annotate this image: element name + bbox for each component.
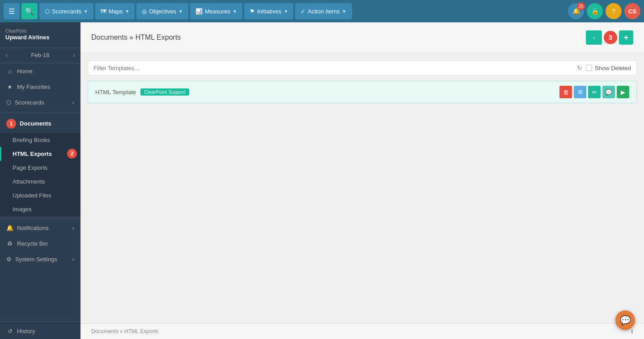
scorecards-nav-icon: ⬡ xyxy=(45,8,50,15)
sidebar-bottom: ↺ History xyxy=(0,319,80,339)
history-icon: ↺ xyxy=(6,328,13,335)
add-template-button[interactable]: + xyxy=(619,30,633,45)
lock-button[interactable]: 🔒 xyxy=(587,3,603,19)
sidebar: ClearPoint Upward Airlines ‹ Feb-18 › ⌂ … xyxy=(0,22,80,339)
period-next-arrow[interactable]: › xyxy=(73,51,75,59)
period-selector[interactable]: ‹ Feb-18 › xyxy=(0,48,80,63)
sidebar-history[interactable]: ↺ History xyxy=(0,323,80,339)
system-settings-label: System Settings xyxy=(15,256,57,263)
page-title: Documents » HTML Exports xyxy=(91,33,181,42)
sidebar-logo: ClearPoint Upward Airlines xyxy=(0,22,80,48)
home-icon: ⌂ xyxy=(6,68,13,75)
briefing-books-item[interactable]: Briefing Books xyxy=(0,133,80,147)
logo-line1: ClearPoint xyxy=(5,29,49,34)
page-exports-item[interactable]: Page Exports xyxy=(0,161,80,175)
initiatives-nav-button[interactable]: ⚑ Initiatives ▼ xyxy=(244,3,293,19)
template-row-left: HTML Template ClearPoint Support xyxy=(95,88,189,96)
scorecards-sidebar-arrow: ‹ xyxy=(72,99,74,106)
main-layout: ClearPoint Upward Airlines ‹ Feb-18 › ⌂ … xyxy=(0,22,644,339)
annotation-1: 1 xyxy=(6,119,16,129)
initiatives-nav-label: Initiatives xyxy=(257,8,281,15)
template-row: HTML Template ClearPoint Support 🗑 ⧉ ✏ 💬… xyxy=(88,81,637,103)
sidebar-recycle-bin[interactable]: ♻ Recycle Bin xyxy=(0,236,80,251)
user-initials: CS xyxy=(628,8,636,15)
period-prev-arrow[interactable]: ‹ xyxy=(5,51,8,59)
edit-template-button[interactable]: ✏ xyxy=(588,86,601,98)
uploaded-files-item[interactable]: Uploaded Files xyxy=(0,188,80,202)
header-action-group: ‹ 3 + xyxy=(586,30,633,45)
template-actions: 🗑 ⧉ ✏ 💬 ▶ xyxy=(559,86,629,98)
scorecards-nav-button[interactable]: ⬡ Scorecards ▼ xyxy=(39,3,93,19)
sidebar-notifications-section[interactable]: 🔔 Notifications ‹ xyxy=(0,220,80,236)
sidebar-system-settings-section[interactable]: ⚙ System Settings ‹ xyxy=(0,251,80,267)
filter-bar: ↻ Show Deleted xyxy=(88,60,637,75)
show-deleted-label[interactable]: Show Deleted xyxy=(586,65,631,71)
scorecards-chevron-icon: ▼ xyxy=(84,9,88,14)
sidebar-item-home[interactable]: ⌂ Home xyxy=(0,63,80,79)
main-content: Documents » HTML Exports ‹ 3 + ↻ xyxy=(80,22,644,339)
search-icon: 🔍 xyxy=(25,7,34,16)
action-items-nav-button[interactable]: ✓ Action Items ▼ xyxy=(295,3,352,19)
question-icon: ? xyxy=(612,8,615,15)
refresh-icon[interactable]: ↻ xyxy=(577,64,582,71)
notifications-arrow: ‹ xyxy=(72,225,74,231)
star-icon: ★ xyxy=(6,84,13,90)
delete-template-button[interactable]: 🗑 xyxy=(559,86,572,98)
filter-input[interactable] xyxy=(93,65,573,71)
history-label: History xyxy=(17,328,35,335)
sidebar-documents-section[interactable]: 1 Documents xyxy=(0,114,80,133)
annotation-2: 2 xyxy=(67,149,77,159)
action-items-nav-icon: ✓ xyxy=(301,8,305,15)
initiatives-chevron-icon: ▼ xyxy=(284,9,288,14)
nav-right-actions: 🔔 25 🔒 ? CS xyxy=(568,3,640,19)
footer-breadcrumb: Documents » HTML Exports xyxy=(91,328,158,335)
documents-submenu: Briefing Books HTML Exports 2 Page Expor… xyxy=(0,133,80,216)
divider-3 xyxy=(0,321,80,322)
recycle-bin-label: Recycle Bin xyxy=(17,240,48,247)
html-exports-label: HTML Exports xyxy=(13,151,52,157)
divider-2 xyxy=(0,218,80,218)
system-settings-icon: ⚙ xyxy=(6,256,12,263)
page-header: Documents » HTML Exports ‹ 3 + xyxy=(80,22,644,53)
sidebar-item-scorecards[interactable]: ⬡ Scorecards ‹ xyxy=(0,95,80,110)
html-exports-item[interactable]: HTML Exports 2 xyxy=(0,147,80,161)
documents-icon: 1 xyxy=(6,119,16,129)
notifications-bell-button[interactable]: 🔔 25 xyxy=(568,3,584,19)
initiatives-nav-icon: ⚑ xyxy=(250,8,255,15)
search-button[interactable]: 🔍 xyxy=(21,3,38,19)
run-template-button[interactable]: ▶ xyxy=(617,86,629,98)
chat-button[interactable]: 💬 xyxy=(615,310,635,330)
scorecards-nav-label: Scorecards xyxy=(52,8,81,15)
comment-template-button[interactable]: 💬 xyxy=(602,86,615,98)
maps-nav-label: Maps xyxy=(109,8,123,15)
user-avatar-button[interactable]: CS xyxy=(624,3,640,19)
favorites-label: My Favorites xyxy=(17,84,50,90)
scorecards-sidebar-icon: ⬡ xyxy=(6,99,11,106)
notification-badge: 25 xyxy=(577,2,585,10)
objectives-nav-button[interactable]: ◎ Objectives ▼ xyxy=(136,3,188,19)
measures-chevron-icon: ▼ xyxy=(233,9,237,14)
images-item[interactable]: Images xyxy=(0,202,80,216)
documents-label: Documents xyxy=(20,120,51,127)
lock-icon: 🔒 xyxy=(591,8,599,15)
filter-actions: ↻ Show Deleted xyxy=(577,64,631,71)
measures-nav-button[interactable]: 📊 Measures ▼ xyxy=(190,3,242,19)
help-button[interactable]: ? xyxy=(606,3,622,19)
period-label: Feb-18 xyxy=(31,52,49,59)
copy-template-button[interactable]: ⧉ xyxy=(574,86,586,98)
home-label: Home xyxy=(17,68,33,75)
maps-nav-icon: 🗺 xyxy=(101,8,106,15)
attachments-item[interactable]: Attachments xyxy=(0,175,80,188)
system-settings-arrow: ‹ xyxy=(72,256,74,263)
sidebar-item-favorites[interactable]: ★ My Favorites xyxy=(0,79,80,95)
objectives-nav-label: Objectives xyxy=(149,8,176,15)
notifications-sidebar-icon: 🔔 xyxy=(6,225,13,231)
hamburger-icon: ☰ xyxy=(8,7,15,16)
hamburger-button[interactable]: ☰ xyxy=(4,3,20,19)
content-area: ↻ Show Deleted HTML Template ClearPoint … xyxy=(80,53,644,323)
prev-template-btn[interactable]: ‹ xyxy=(586,30,602,45)
maps-nav-button[interactable]: 🗺 Maps ▼ xyxy=(95,3,135,19)
show-deleted-checkbox[interactable] xyxy=(586,65,592,71)
maps-chevron-icon: ▼ xyxy=(125,9,129,14)
chat-icon: 💬 xyxy=(620,315,631,326)
